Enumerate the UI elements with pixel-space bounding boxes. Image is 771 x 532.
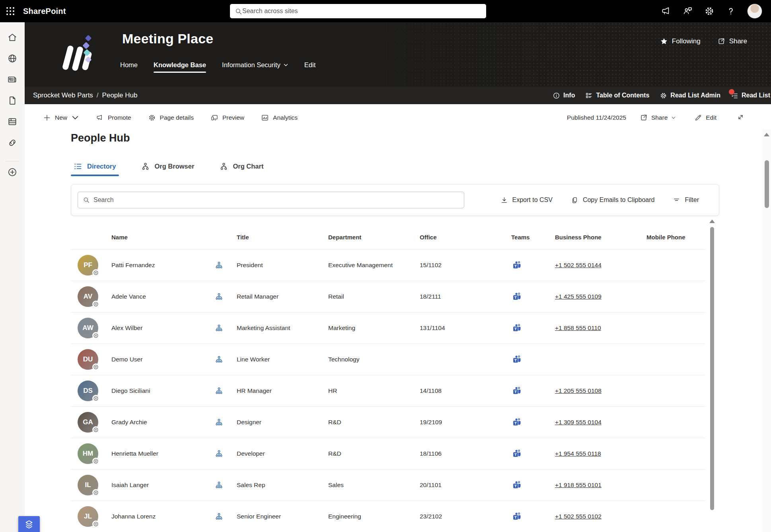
person-name[interactable]: Grady Archie [104,419,207,426]
business-phone-link[interactable]: +1 205 555 0108 [555,387,602,394]
preview-button[interactable]: Preview [210,114,244,122]
business-phone-link[interactable]: +1 425 555 0109 [555,293,602,300]
org-hierarchy-icon[interactable] [215,355,223,364]
edit-button[interactable]: Edit [694,114,716,122]
person-name[interactable]: Henrietta Mueller [104,450,207,457]
column-header-business-phone[interactable]: Business Phone [548,234,639,241]
teams-chat-icon[interactable] [512,386,522,396]
teams-chat-icon[interactable] [512,260,522,270]
column-header-office[interactable]: Office [413,234,504,241]
table-scrollbar[interactable] [709,218,715,532]
site-title[interactable]: Meeting Place [122,31,213,47]
person-avatar[interactable]: HM [78,443,98,464]
home-icon[interactable] [7,32,18,43]
column-header-name[interactable]: Name [104,234,207,241]
suite-search-input[interactable] [242,8,481,15]
nav-edit[interactable]: Edit [304,61,315,73]
breadcrumb-site[interactable]: Sprocket Web Parts [33,91,93,99]
org-hierarchy-icon[interactable] [215,387,223,395]
business-phone-link[interactable]: +1 858 555 0110 [555,324,601,331]
directory-search-input[interactable] [93,196,459,204]
help-icon[interactable] [726,6,736,16]
document-icon[interactable] [7,95,18,106]
analytics-button[interactable]: Analytics [261,114,298,122]
page-scrollbar-thumb[interactable] [765,160,769,208]
tab-org-chart[interactable]: Org Chart [216,160,267,176]
globe-icon[interactable] [7,53,18,64]
person-avatar[interactable]: JL [78,506,98,527]
person-name[interactable]: Demo User [104,356,207,363]
nav-knowledge-base[interactable]: Knowledge Base [154,61,206,73]
table-scrollbar-thumb[interactable] [710,227,714,510]
business-phone-link[interactable]: +1 954 555 0118 [555,450,601,457]
business-phone-link[interactable]: +1 502 555 0102 [555,513,602,520]
tab-directory[interactable]: Directory [71,160,119,176]
column-header-mobile-phone[interactable]: Mobile Phone [639,234,705,241]
site-logo[interactable] [60,33,99,80]
megaphone-icon[interactable] [661,6,672,16]
person-name[interactable]: Johanna Lorenz [104,513,207,520]
new-button[interactable]: New [43,114,79,122]
library-list-icon[interactable] [7,116,18,127]
suite-search-box[interactable] [230,4,486,18]
person-avatar[interactable]: PF [78,255,98,276]
person-name[interactable]: Isaiah Langer [104,482,207,489]
read-list-button[interactable]: Read List [731,92,770,99]
app-title[interactable]: SharePoint [23,7,66,16]
teams-chat-icon[interactable] [512,449,522,459]
directory-search-box[interactable] [78,192,464,208]
org-hierarchy-icon[interactable] [215,481,223,489]
column-header-title[interactable]: Title [230,234,321,241]
teams-chat-icon[interactable] [512,323,522,333]
org-hierarchy-icon[interactable] [215,450,223,458]
person-name[interactable]: Diego Siciliani [104,387,207,394]
org-hierarchy-icon[interactable] [215,261,223,270]
teams-chat-icon[interactable] [512,480,522,490]
org-hierarchy-icon[interactable] [215,324,223,332]
person-name[interactable]: Patti Fernandez [104,262,207,269]
person-avatar[interactable]: IL [78,475,98,495]
user-avatar[interactable] [747,4,762,19]
table-of-contents-button[interactable]: Table of Contents [585,92,649,99]
org-hierarchy-icon[interactable] [215,418,223,427]
read-list-admin-button[interactable]: Read List Admin [660,92,720,99]
org-hierarchy-icon[interactable] [215,293,223,301]
teams-chat-icon[interactable] [512,355,522,365]
person-avatar[interactable]: AV [78,286,98,307]
person-name[interactable]: Alex Wilber [104,324,207,332]
assistant-launcher-button[interactable] [18,516,40,532]
person-avatar[interactable]: DS [78,381,98,401]
add-plus-icon[interactable] [7,167,18,177]
feedback-icon[interactable] [683,6,693,16]
tab-org-browser[interactable]: Org Browser [138,160,197,176]
page-scrollbar[interactable] [762,129,771,532]
nav-information-security[interactable]: Information Security [222,61,288,73]
app-launcher-waffle-icon[interactable] [0,0,21,22]
expand-fullscreen-button[interactable] [736,113,745,123]
org-hierarchy-icon[interactable] [215,513,223,521]
person-avatar[interactable]: GA [78,412,98,433]
business-phone-link[interactable]: +1 918 555 0101 [555,482,602,488]
teams-chat-icon[interactable] [512,417,522,427]
teams-chat-icon[interactable] [512,512,522,522]
site-share-button[interactable]: Share [717,37,747,45]
column-header-teams[interactable]: Teams [504,234,548,241]
business-phone-link[interactable]: +1 502 555 0144 [555,262,602,268]
scroll-up-arrow[interactable] [709,219,715,223]
business-phone-link[interactable]: +1 309 555 0104 [555,419,602,425]
export-csv-button[interactable]: Export to CSV [500,196,553,204]
person-avatar[interactable]: AW [78,318,98,338]
page-details-button[interactable]: Page details [148,114,194,122]
filter-button[interactable]: Filter [673,196,699,204]
promote-button[interactable]: Promote [96,114,131,122]
teams-chat-icon[interactable] [512,292,522,302]
copy-emails-button[interactable]: Copy Emails to Clipboard [571,196,655,204]
following-button[interactable]: Following [660,37,701,45]
link-icon[interactable] [7,138,18,148]
page-share-button[interactable]: Share [640,114,676,122]
info-button[interactable]: Info [553,92,575,99]
person-avatar[interactable]: DU [78,349,98,370]
settings-gear-icon[interactable] [704,6,715,16]
person-name[interactable]: Adele Vance [104,293,207,300]
scroll-up-arrow[interactable] [764,133,769,136]
